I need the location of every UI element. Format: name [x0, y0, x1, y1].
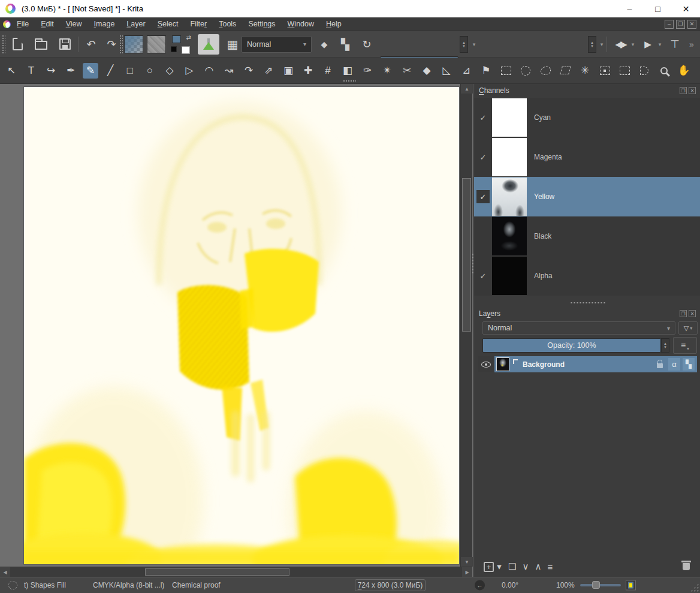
- background-color[interactable]: [182, 46, 190, 54]
- tool-transform[interactable]: ▣: [280, 63, 296, 79]
- channel-row-alpha[interactable]: ✓Alpha: [474, 256, 700, 296]
- tool-elliptical-selection[interactable]: [518, 63, 533, 79]
- opacity-spinner[interactable]: ▴ ▾: [460, 36, 468, 53]
- tool-edit-shapes[interactable]: ↪: [43, 63, 59, 79]
- canvas-only-mode-button[interactable]: [626, 580, 636, 591]
- gradient-chooser[interactable]: [124, 35, 143, 53]
- eraser-mode-button[interactable]: ◆: [315, 35, 334, 54]
- zoom-slider[interactable]: [580, 584, 621, 586]
- tool-zoom[interactable]: [656, 63, 672, 79]
- swap-colors-icon[interactable]: ⇄: [186, 34, 191, 41]
- horizontal-scrollbar-thumb[interactable]: [145, 568, 289, 576]
- tool-gradient[interactable]: ◧: [340, 63, 355, 79]
- blending-mode-dropdown[interactable]: Normal ▾: [242, 36, 312, 53]
- channel-visibility-checkbox[interactable]: ✓: [474, 177, 492, 216]
- redo-button[interactable]: ↷: [102, 35, 121, 54]
- tool-similar-color-selection[interactable]: [597, 63, 612, 79]
- channel-visibility-checkbox[interactable]: ✓: [474, 98, 492, 137]
- size-options-arrow[interactable]: ▾: [599, 41, 605, 47]
- tool-line[interactable]: ╱: [102, 63, 118, 79]
- tool-contiguous-selection[interactable]: ✳: [577, 63, 593, 79]
- tool-ellipse[interactable]: ○: [142, 63, 158, 79]
- tool-smart-patch[interactable]: ✂: [399, 63, 415, 79]
- tool-polyline[interactable]: ▷: [182, 63, 197, 79]
- tool-bezier-selection[interactable]: [617, 63, 632, 79]
- scroll-right-button[interactable]: ▶: [462, 567, 472, 577]
- zoom-percentage[interactable]: 100%: [556, 581, 575, 589]
- layer-alpha-lock-icon[interactable]: α: [668, 358, 680, 371]
- tool-crop[interactable]: #: [320, 63, 336, 79]
- channel-row-magenta[interactable]: ✓Magenta: [474, 137, 700, 177]
- image-size-button[interactable]: 724 x 800 (3.0 МиБ): [355, 579, 426, 591]
- horizontal-mirror-button[interactable]: ◀▶: [610, 35, 630, 53]
- window-resize-grip[interactable]: [690, 583, 699, 592]
- layer-thumbnail[interactable]: [496, 357, 509, 371]
- menu-item-help[interactable]: Help: [320, 17, 348, 31]
- open-document-button[interactable]: [31, 35, 50, 54]
- docker-float-icon[interactable]: ❐: [680, 310, 687, 317]
- toolbar-overflow-chevron[interactable]: »: [689, 40, 694, 49]
- canvas-image[interactable]: [24, 87, 459, 564]
- opacity-options-arrow[interactable]: ▾: [471, 41, 477, 47]
- menu-item-window[interactable]: Window: [282, 17, 320, 31]
- canvas-rotation-icon[interactable]: ←: [475, 580, 485, 591]
- tool-rectangle[interactable]: □: [122, 63, 138, 79]
- menu-item-image[interactable]: Image: [88, 17, 121, 31]
- layer-row-background[interactable]: Background α ▚: [478, 356, 697, 372]
- tool-freehand-selection[interactable]: [538, 63, 553, 79]
- tool-measure[interactable]: ◺: [439, 63, 454, 79]
- window-minimize-button[interactable]: –: [615, 0, 644, 17]
- scroll-up-button[interactable]: ▲: [461, 84, 473, 94]
- channel-row-yellow[interactable]: ✓Yellow: [474, 177, 700, 216]
- vertical-mirror-options[interactable]: ▾: [657, 41, 663, 47]
- docker-close-icon[interactable]: ✕: [689, 310, 696, 317]
- tool-bezier-curve[interactable]: ◠: [201, 63, 217, 79]
- vertical-scrollbar-thumb[interactable]: [462, 178, 471, 332]
- tool-text[interactable]: T: [23, 63, 39, 79]
- layers-docker-header[interactable]: Layers ❐ ✕: [474, 307, 700, 320]
- tool-assistants[interactable]: ⊿: [458, 63, 474, 79]
- toolbar-grip[interactable]: [119, 35, 123, 54]
- menu-item-select[interactable]: Select: [152, 17, 185, 31]
- docker-splitter-grip[interactable]: [570, 302, 606, 304]
- undo-button[interactable]: ↶: [82, 35, 101, 54]
- canvas-angle-value[interactable]: 0.00°: [502, 581, 518, 589]
- channel-row-black[interactable]: Black: [474, 216, 700, 256]
- channel-visibility-checkbox[interactable]: ✓: [474, 137, 492, 177]
- layer-visibility-toggle[interactable]: [478, 356, 494, 372]
- tool-colorize-mask[interactable]: ✴: [379, 63, 395, 79]
- tool-freehand-path[interactable]: ↝: [221, 63, 237, 79]
- layer-lock-icon[interactable]: [654, 358, 666, 371]
- channel-visibility-checkbox[interactable]: [474, 216, 492, 256]
- spin-down-icon[interactable]: ▾: [591, 44, 593, 48]
- move-layer-up-button[interactable]: ∧: [535, 561, 541, 572]
- channel-row-cyan[interactable]: ✓Cyan: [474, 98, 700, 137]
- horizontal-mirror-options[interactable]: ▾: [630, 41, 636, 47]
- mdi-close-button[interactable]: ✕: [687, 20, 696, 29]
- tool-polygonal-selection[interactable]: [557, 63, 573, 79]
- window-maximize-button[interactable]: □: [644, 0, 672, 17]
- tool-polygon[interactable]: ◇: [162, 63, 177, 79]
- menu-item-edit[interactable]: Edit: [35, 17, 60, 31]
- layer-blending-mode-dropdown[interactable]: Normal ▾: [482, 321, 675, 335]
- delete-layer-button[interactable]: [683, 563, 690, 570]
- tool-color-sampler[interactable]: ✑: [360, 63, 375, 79]
- trim-button[interactable]: ⊤: [665, 35, 684, 54]
- menu-item-layer[interactable]: Layer: [120, 17, 151, 31]
- layer-inherit-alpha-icon[interactable]: ▚: [683, 358, 695, 371]
- docker-float-icon[interactable]: ❐: [680, 87, 687, 94]
- tool-move[interactable]: ✚: [300, 63, 316, 79]
- tool-fill[interactable]: ◆: [419, 63, 435, 79]
- spin-down-icon[interactable]: ▾: [463, 44, 465, 48]
- channel-visibility-checkbox[interactable]: ✓: [474, 256, 492, 296]
- vertical-mirror-button[interactable]: ▶: [638, 35, 658, 53]
- layer-properties-button[interactable]: ≡: [547, 562, 553, 572]
- channels-docker-header[interactable]: Channels ❐ ✕: [474, 84, 700, 97]
- tool-magnetic-selection[interactable]: [636, 63, 652, 79]
- add-layer-button[interactable]: +: [484, 562, 494, 572]
- menu-item-settings[interactable]: Settings: [242, 17, 281, 31]
- zoom-slider-thumb[interactable]: [592, 581, 600, 589]
- foreground-background-colors[interactable]: ⇄: [171, 34, 192, 55]
- spin-down-icon[interactable]: ▾: [664, 345, 666, 349]
- tool-rectangular-selection[interactable]: [498, 63, 514, 79]
